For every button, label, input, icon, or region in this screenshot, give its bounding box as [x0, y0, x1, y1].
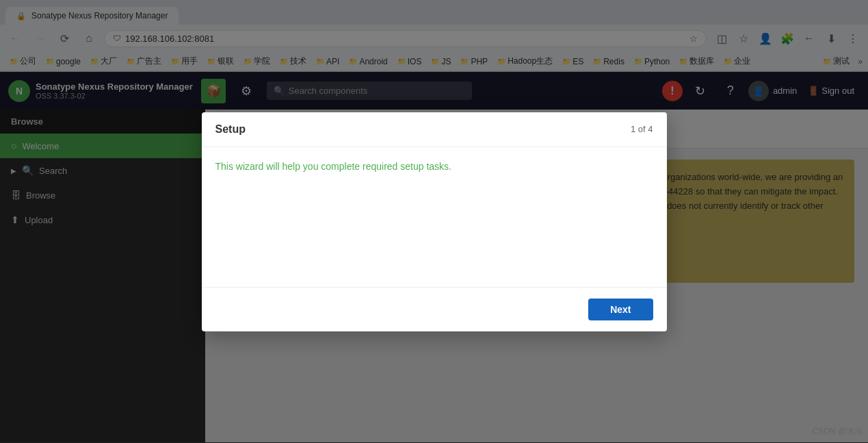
watermark: CSDN @冰河	[812, 426, 863, 438]
modal-overlay: Setup 1 of 4 This wizard will help you c…	[0, 0, 868, 442]
modal-header: Setup 1 of 4	[202, 112, 667, 147]
modal-body: This wizard will help you complete requi…	[202, 147, 667, 287]
modal-footer: Next	[202, 287, 667, 331]
modal-step: 1 of 4	[631, 124, 653, 134]
modal-description: This wizard will help you complete requi…	[215, 161, 653, 172]
setup-modal: Setup 1 of 4 This wizard will help you c…	[202, 112, 667, 331]
next-button[interactable]: Next	[588, 299, 653, 320]
modal-title: Setup	[215, 123, 246, 136]
